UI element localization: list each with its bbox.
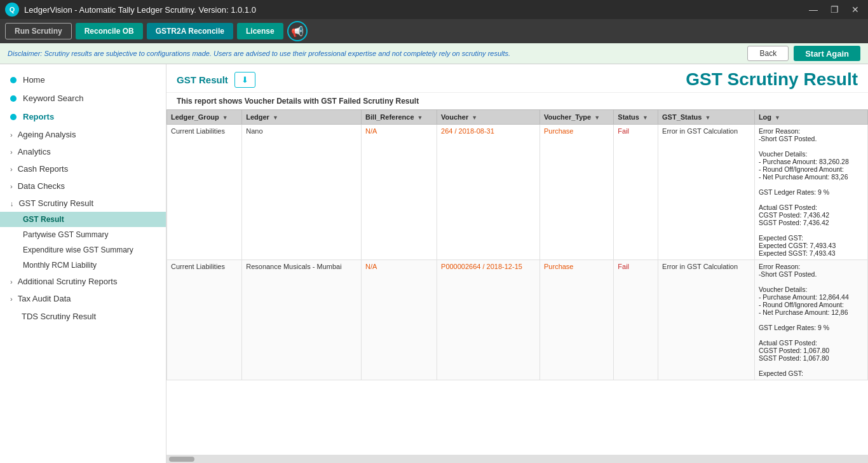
sidebar-item-gst-scrutiny-result[interactable]: ↓ GST Scrutiny Result (0, 195, 166, 212)
cell-ledger-1: Nano (242, 125, 362, 260)
table-wrapper[interactable]: Ledger_Group ▼ Ledger ▼ Bill_Reference ▼ (166, 109, 868, 455)
cell-gst-status-2: Error in GST Calculation (658, 260, 755, 380)
license-button[interactable]: License (237, 23, 283, 39)
gst-scrutiny-big-title: GST Scrutiny Result (686, 69, 858, 89)
maximize-button[interactable]: ❐ (827, 3, 843, 16)
sidebar-item-home[interactable]: Home (0, 71, 166, 89)
sidebar-label-home: Home (23, 75, 45, 85)
col-bill-reference-label: Bill_Reference (365, 113, 414, 121)
minimize-button[interactable]: — (805, 3, 822, 16)
filter-icon-ledger-group[interactable]: ▼ (222, 114, 228, 121)
cell-ledger-group-2: Current Liabilities (167, 260, 242, 380)
cash-arrow-icon: › (10, 165, 13, 173)
col-voucher: Voucher ▼ (437, 110, 540, 125)
cell-ledger-2: Resonance Musicals - Mumbai (242, 260, 362, 380)
notification-icon: 📢 (291, 25, 304, 38)
filter-icon-voucher-type[interactable]: ▼ (594, 114, 600, 121)
filter-icon-gst-status[interactable]: ▼ (705, 114, 710, 121)
filter-icon-bill-reference[interactable]: ▼ (417, 114, 423, 121)
sidebar: Home Keyword Search Reports › Ageing Ana… (0, 64, 166, 463)
sidebar-item-reports[interactable]: Reports (0, 107, 166, 126)
tax-audit-arrow-icon: › (10, 295, 13, 303)
sidebar-label-expenditure-wise-gst-summary: Expenditure wise GST Summary (23, 245, 133, 254)
run-scrutiny-button[interactable]: Run Scrutiny (5, 23, 72, 39)
filter-icon-voucher[interactable]: ▼ (471, 114, 477, 121)
cell-log-1: Error Reason: -Short GST Posted. Voucher… (754, 125, 867, 260)
sidebar-label-gst-scrutiny-result: GST Scrutiny Result (19, 198, 94, 208)
logo-text: Q (10, 6, 15, 13)
window-controls[interactable]: — ❐ ✕ (805, 3, 863, 16)
disclaimer-actions: Back Start Again (747, 46, 860, 61)
sidebar-subitem-monthly-rcm-liability[interactable]: Monthly RCM Liability (0, 258, 166, 273)
sidebar-label-cash-reports: Cash Reports (18, 164, 68, 174)
sidebar-item-tax-audit-data[interactable]: › Tax Audit Data (0, 290, 166, 307)
main-layout: Home Keyword Search Reports › Ageing Ana… (0, 64, 868, 463)
table-header-row: Ledger_Group ▼ Ledger ▼ Bill_Reference ▼ (167, 110, 868, 125)
scrollbar-thumb[interactable] (169, 457, 194, 462)
col-log: Log ▼ (754, 110, 867, 125)
sidebar-item-ageing-analysis[interactable]: › Ageing Analysis (0, 126, 166, 143)
data-checks-arrow-icon: › (10, 183, 13, 190)
sidebar-item-analytics[interactable]: › Analytics (0, 143, 166, 160)
gstr2a-reconcile-button[interactable]: GSTR2A Reconcile (147, 23, 233, 39)
sidebar-label-additional-scrutiny-reports: Additional Scrutiny Reports (18, 277, 118, 286)
sidebar-label-monthly-rcm-liability: Monthly RCM Liability (23, 261, 97, 270)
col-ledger: Ledger ▼ (242, 110, 362, 125)
title-bar: Q LedgerVision - Automatic Tally Ledger … (0, 0, 868, 19)
cell-status-2: Fail (614, 260, 658, 380)
sidebar-item-cash-reports[interactable]: › Cash Reports (0, 160, 166, 177)
sidebar-label-partywise-gst-summary: Partywise GST Summary (23, 230, 108, 239)
content-header: GST Result ⬇ GST Scrutiny Result (166, 64, 868, 93)
sidebar-label-ageing-analysis: Ageing Analysis (18, 130, 76, 139)
sidebar-label-tax-audit-data: Tax Audit Data (18, 294, 71, 303)
col-gst-status-label: GST_Status (662, 113, 702, 121)
content-area: GST Result ⬇ GST Scrutiny Result This re… (166, 64, 868, 463)
col-ledger-group-label: Ledger_Group (171, 113, 219, 121)
sidebar-item-keyword-search[interactable]: Keyword Search (0, 89, 166, 107)
horizontal-scrollbar[interactable] (166, 455, 868, 463)
col-ledger-label: Ledger (246, 113, 269, 121)
sidebar-label-data-checks: Data Checks (18, 181, 65, 191)
sidebar-label-reports: Reports (23, 112, 54, 121)
disclaimer-bar: Disclaimer: Scrutiny results are subject… (0, 43, 868, 64)
gst-result-section-title: GST Result (177, 74, 228, 85)
sidebar-item-tds-scrutiny-result[interactable]: TDS Scrutiny Result (0, 307, 166, 326)
gst-result-table: Ledger_Group ▼ Ledger ▼ Bill_Reference ▼ (166, 109, 868, 380)
analytics-arrow-icon: › (10, 148, 13, 156)
title-bar-left: Q LedgerVision - Automatic Tally Ledger … (5, 3, 256, 17)
additional-arrow-icon: › (10, 278, 13, 286)
sidebar-label-analytics: Analytics (18, 147, 51, 156)
start-again-button[interactable]: Start Again (794, 46, 860, 61)
notification-button[interactable]: 📢 (287, 21, 308, 41)
filter-icon-log[interactable]: ▼ (775, 114, 780, 121)
keyword-search-dot-icon (10, 95, 17, 102)
filter-icon-ledger[interactable]: ▼ (273, 114, 278, 121)
sidebar-subitem-partywise-gst-summary[interactable]: Partywise GST Summary (0, 227, 166, 242)
download-icon: ⬇ (241, 75, 248, 85)
col-ledger-group: Ledger_Group ▼ (167, 110, 242, 125)
table-row: Current Liabilities Nano N/A 264 / 2018-… (167, 125, 868, 260)
sidebar-label-tds-scrutiny-result: TDS Scrutiny Result (22, 312, 96, 321)
sidebar-item-data-checks[interactable]: › Data Checks (0, 177, 166, 195)
sidebar-item-additional-scrutiny-reports[interactable]: › Additional Scrutiny Reports (0, 273, 166, 290)
gst-open-icon: ↓ (10, 200, 14, 207)
cell-voucher-type-2: Purchase (540, 260, 614, 380)
cell-gst-status-1: Error in GST Calculation (658, 125, 755, 260)
col-log-label: Log (759, 113, 771, 121)
sidebar-label-keyword-search: Keyword Search (23, 93, 83, 103)
reconcile-ob-button[interactable]: Reconcile OB (76, 23, 143, 39)
cell-log-2: Error Reason: -Short GST Posted. Voucher… (754, 260, 867, 380)
app-logo: Q (5, 3, 19, 17)
cell-bill-reference-1: N/A (362, 125, 437, 260)
gst-result-header-left: GST Result ⬇ (177, 72, 255, 88)
cell-voucher-2: P000002664 / 2018-12-15 (437, 260, 540, 380)
filter-icon-status[interactable]: ▼ (642, 114, 648, 121)
download-button[interactable]: ⬇ (234, 72, 255, 88)
cell-bill-reference-2: N/A (362, 260, 437, 380)
col-voucher-type-label: Voucher_Type (544, 113, 591, 121)
col-voucher-type: Voucher_Type ▼ (540, 110, 614, 125)
sidebar-subitem-expenditure-wise-gst-summary[interactable]: Expenditure wise GST Summary (0, 242, 166, 258)
back-button[interactable]: Back (747, 46, 789, 61)
sidebar-subitem-gst-result[interactable]: GST Result (0, 212, 166, 227)
close-button[interactable]: ✕ (848, 3, 863, 16)
